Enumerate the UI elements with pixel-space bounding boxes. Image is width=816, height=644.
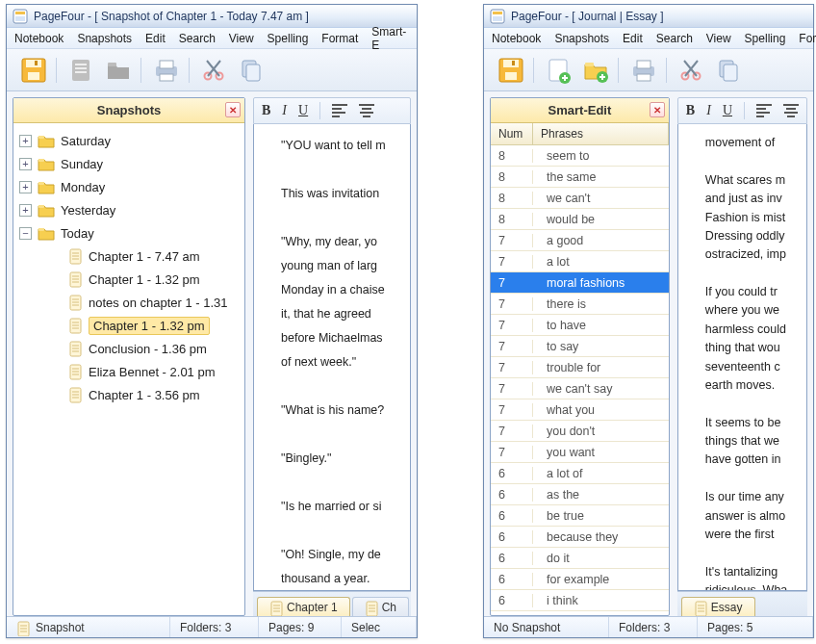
phrase-row[interactable]: 7moral fashions — [491, 272, 669, 294]
copy-button[interactable] — [711, 54, 746, 87]
underline-button[interactable]: U — [723, 103, 732, 118]
col-num[interactable]: Num — [491, 123, 533, 144]
phrase-row[interactable]: 7a lot — [491, 251, 669, 272]
tree-leaf[interactable]: Chapter 1 - 3.56 pm — [17, 383, 241, 406]
expand-icon[interactable]: + — [19, 158, 32, 170]
align-center-icon[interactable] — [783, 104, 799, 117]
phrase-count: 7 — [491, 255, 533, 269]
menu-search[interactable]: Search — [179, 32, 216, 45]
new-folder-button[interactable] — [578, 54, 613, 87]
phrase-row[interactable]: 6be true — [491, 505, 669, 527]
print-button[interactable] — [149, 54, 184, 87]
menu-search[interactable]: Search — [656, 32, 693, 45]
align-center-icon[interactable] — [359, 104, 374, 117]
phrase-count: 8 — [491, 170, 533, 184]
tree-label: Saturday — [61, 134, 111, 148]
align-left-icon[interactable] — [756, 104, 772, 117]
panel-close-button[interactable]: ✕ — [225, 102, 241, 117]
panel-title: Smart-Edit — [548, 103, 612, 117]
titlebar[interactable]: PageFour - [ Journal | Essay ] — [484, 5, 813, 28]
menu-spelling[interactable]: Spelling — [745, 32, 786, 45]
document-tabs: Essay — [677, 591, 807, 616]
page-icon — [68, 318, 83, 334]
phrase-row[interactable]: 6do it — [491, 548, 669, 569]
menu-spelling[interactable]: Spelling — [268, 32, 309, 45]
editor-column: B I U movement of What scares mand just … — [677, 97, 807, 616]
phrase-row[interactable]: 6because they — [491, 527, 669, 548]
tree-leaf[interactable]: Conclusion - 1.36 pm — [17, 337, 241, 360]
cut-button[interactable] — [675, 54, 709, 87]
phrase-row[interactable]: 8seem to — [491, 145, 669, 167]
menu-view[interactable]: View — [706, 32, 731, 45]
phrase-row[interactable]: 6as the — [491, 484, 669, 505]
folder-icon — [38, 202, 55, 219]
expand-icon[interactable]: + — [19, 204, 32, 217]
save-button[interactable] — [16, 54, 51, 87]
tree-folder[interactable]: +Yesterday — [17, 198, 241, 221]
italic-button[interactable]: I — [706, 103, 711, 118]
phrase-row[interactable]: 8the same — [491, 167, 669, 188]
tree-leaf[interactable]: notes on chapter 1 - 1.31 — [17, 291, 241, 314]
new-folder-button[interactable] — [101, 54, 136, 87]
phrase-row[interactable]: 6a lot of — [491, 463, 669, 484]
print-button[interactable] — [626, 54, 661, 87]
phrase-row[interactable]: 7you don't — [491, 421, 669, 442]
menu-snapshots[interactable]: Snapshots — [554, 32, 609, 45]
tree-leaf[interactable]: Chapter 1 - 7.47 am — [17, 245, 241, 268]
phrase-row[interactable]: 7a good — [491, 230, 669, 251]
grid-body[interactable]: 8seem to8the same8we can't8would be7a go… — [491, 145, 669, 615]
save-button[interactable] — [494, 54, 528, 87]
phrase-row[interactable]: 7there is — [491, 294, 669, 315]
document-text[interactable]: "YOU want to tell m This was invitation … — [253, 124, 411, 591]
underline-button[interactable]: U — [298, 103, 308, 118]
menu-notebook[interactable]: Notebook — [492, 32, 541, 45]
tree-folder[interactable]: +Saturday — [17, 129, 241, 152]
bold-button[interactable]: B — [686, 103, 695, 118]
cut-button[interactable] — [197, 54, 232, 87]
phrase-row[interactable]: 7to say — [491, 336, 669, 357]
bold-button[interactable]: B — [262, 103, 270, 118]
phrase-row[interactable]: 6for example — [491, 569, 669, 590]
align-left-icon[interactable] — [332, 104, 347, 117]
phrase-row[interactable]: 7what you — [491, 399, 669, 421]
phrase-row[interactable]: 7to have — [491, 315, 669, 336]
menu-format[interactable]: Format — [321, 32, 358, 45]
menu-notebook[interactable]: Notebook — [14, 32, 64, 45]
new-doc-button[interactable] — [542, 54, 576, 87]
panel-close-button[interactable]: ✕ — [650, 102, 665, 117]
expand-icon[interactable]: + — [19, 135, 32, 147]
col-phrases[interactable]: Phrases — [533, 123, 669, 144]
phrase-row[interactable]: 8would be — [491, 209, 669, 230]
menu-edit[interactable]: Edit — [623, 32, 643, 45]
italic-button[interactable]: I — [282, 103, 287, 118]
tree-label: Chapter 1 - 1.32 pm — [89, 272, 200, 287]
tree-leaf[interactable]: Eliza Bennet - 2.01 pm — [17, 360, 241, 383]
tree-folder[interactable]: +Monday — [17, 175, 241, 198]
tree-folder-open[interactable]: −Today — [17, 221, 241, 245]
tree-label: Chapter 1 - 3.56 pm — [89, 388, 200, 402]
phrase-row[interactable]: 7trouble for — [491, 357, 669, 378]
phrase-text: moral fashions — [533, 276, 669, 290]
tab-secondary[interactable]: Ch — [352, 597, 409, 616]
menu-format[interactable]: Forr — [799, 32, 816, 45]
menu-view[interactable]: View — [229, 32, 254, 45]
tree-leaf[interactable]: Chapter 1 - 1.32 pm — [17, 268, 241, 291]
phrase-row[interactable]: 7we can't say — [491, 378, 669, 399]
tree-folder[interactable]: +Sunday — [17, 152, 241, 175]
tab-chapter-1[interactable]: Chapter 1 — [257, 597, 350, 616]
phrase-row[interactable]: 6i think — [491, 590, 669, 611]
menu-snapshots[interactable]: Snapshots — [77, 32, 132, 45]
tree-leaf[interactable]: Chapter 1 - 1.32 pm — [17, 314, 241, 337]
copy-button[interactable] — [234, 54, 268, 87]
menu-edit[interactable]: Edit — [145, 32, 166, 45]
snapshots-tree[interactable]: +Saturday+Sunday+Monday+Yesterday−TodayC… — [13, 123, 244, 615]
collapse-icon[interactable]: − — [19, 227, 32, 240]
tab-essay[interactable]: Essay — [681, 597, 755, 616]
menu-smartedit[interactable]: Smart-E — [371, 25, 409, 52]
document-text[interactable]: movement of What scares mand just as inv… — [677, 124, 807, 591]
new-doc-button[interactable] — [64, 54, 99, 87]
titlebar[interactable]: PageFour - [ Snapshot of Chapter 1 - Tod… — [7, 5, 417, 28]
phrase-row[interactable]: 7you want — [491, 442, 669, 463]
expand-icon[interactable]: + — [19, 181, 32, 193]
phrase-row[interactable]: 8we can't — [491, 188, 669, 209]
